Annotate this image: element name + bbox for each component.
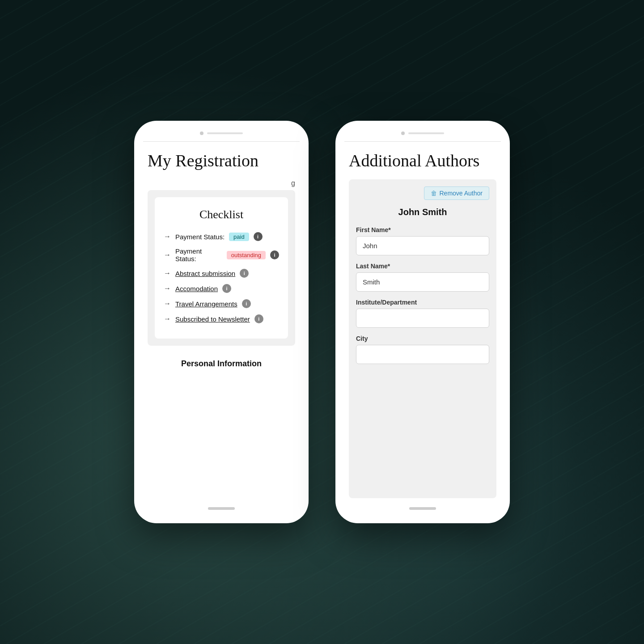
info-icon-1[interactable]: i (254, 232, 263, 241)
list-item: → Travel Arrangements i (164, 299, 279, 308)
phone-divider-right (344, 141, 501, 142)
arrow-icon: → (164, 269, 171, 277)
list-item: → Payment Status: outstanding i (164, 247, 279, 263)
list-item: → Accomodation i (164, 284, 279, 293)
item-label-payment-paid: Payment Status: (175, 233, 225, 241)
info-icon-6[interactable]: i (254, 314, 263, 323)
remove-author-button[interactable]: 🗑 Remove Author (424, 186, 490, 200)
home-indicator-left (208, 507, 235, 510)
form-group-institute: Institute/Department (356, 299, 489, 328)
item-label-abstract[interactable]: Abstract submission (175, 270, 235, 277)
form-group-first-name: First Name* (356, 226, 489, 255)
page-title-authors: Additional Authors (349, 151, 496, 170)
input-last-name[interactable] (356, 272, 489, 292)
status-line (408, 132, 444, 134)
info-icon-4[interactable]: i (222, 284, 231, 293)
arrow-icon: → (164, 233, 171, 241)
right-phone-content: Additional Authors 🗑 Remove Author John … (344, 151, 501, 498)
status-bar-left (143, 130, 300, 137)
input-institute[interactable] (356, 309, 489, 328)
label-institute: Institute/Department (356, 299, 489, 306)
info-icon-5[interactable]: i (242, 299, 251, 308)
checklist-card-container: Checklist → Payment Status: paid i → Pay… (148, 190, 295, 346)
label-city: City (356, 335, 489, 342)
info-icon-2[interactable]: i (270, 250, 279, 259)
label-last-name: Last Name* (356, 263, 489, 270)
item-label-accomodation[interactable]: Accomodation (175, 285, 218, 292)
input-first-name[interactable] (356, 236, 489, 255)
checklist-title: Checklist (164, 208, 279, 221)
arrow-icon: → (164, 315, 171, 323)
status-dot (200, 131, 203, 135)
section-title-personal: Personal Information (148, 359, 295, 369)
status-dot (401, 131, 405, 135)
form-group-last-name: Last Name* (356, 263, 489, 292)
left-phone-content: My Registration g Checklist → Payment St… (143, 151, 300, 498)
list-item: → Payment Status: paid i (164, 232, 279, 241)
home-indicator-right (409, 507, 436, 510)
trash-icon: 🗑 (431, 190, 437, 197)
status-bar-right (344, 130, 501, 137)
remove-author-section: 🗑 Remove Author (356, 186, 489, 200)
arrow-icon: → (164, 251, 171, 259)
left-phone: My Registration g Checklist → Payment St… (134, 121, 309, 523)
item-label-payment-outstanding: Payment Status: (175, 247, 222, 263)
arrow-icon: → (164, 284, 171, 292)
checklist-card: Checklist → Payment Status: paid i → Pay… (155, 197, 288, 339)
item-label-travel[interactable]: Travel Arrangements (175, 300, 237, 308)
input-city[interactable] (356, 345, 489, 364)
author-name: John Smith (356, 207, 489, 217)
badge-outstanding: outstanding (227, 251, 266, 259)
right-phone: Additional Authors 🗑 Remove Author John … (335, 121, 510, 523)
g-letter: g (148, 179, 295, 187)
page-title-registration: My Registration (148, 151, 295, 170)
item-label-newsletter[interactable]: Subscribed to Newsletter (175, 315, 250, 323)
arrow-icon: → (164, 300, 171, 308)
list-item: → Subscribed to Newsletter i (164, 314, 279, 323)
badge-paid: paid (229, 233, 249, 241)
form-group-city: City (356, 335, 489, 364)
remove-author-label: Remove Author (440, 190, 483, 197)
label-first-name: First Name* (356, 226, 489, 233)
authors-content: 🗑 Remove Author John Smith First Name* L… (349, 179, 496, 498)
list-item: → Abstract submission i (164, 269, 279, 278)
info-icon-3[interactable]: i (240, 269, 249, 278)
status-line (207, 132, 243, 134)
phone-divider (143, 141, 300, 142)
